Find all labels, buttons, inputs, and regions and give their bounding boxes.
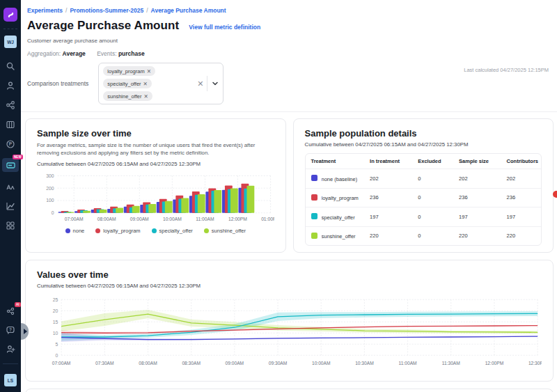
legend-item[interactable]: loyalty_program [95, 228, 140, 234]
invite-user-icon[interactable] [6, 343, 16, 354]
legend-item[interactable]: specialty_offer [152, 228, 193, 234]
legend-label: none [73, 228, 85, 234]
help-chat-icon[interactable]: ? [6, 324, 16, 335]
breadcrumb-experiment-name[interactable]: Promotions-Summer-2025 [70, 7, 143, 14]
sample-size-description: For average metrics, sample size is the … [37, 142, 274, 157]
sample-size-card: Sample size over time For average metric… [25, 118, 286, 253]
treatment-chip[interactable]: specialty_offer✕ [103, 79, 152, 88]
values-over-time-card: Values over time Cumulative between 04/2… [25, 260, 554, 382]
svg-text:100: 100 [46, 198, 54, 203]
breadcrumb: Experiments/Promotions-Summer-2025/Avera… [27, 7, 549, 14]
treatment-name: loyalty_program [322, 195, 359, 201]
svg-text:07:30AM: 07:30AM [95, 361, 114, 366]
treatment-color-swatch [311, 233, 317, 239]
breadcrumb-experiments[interactable]: Experiments [27, 7, 63, 14]
table-cell: 197 [364, 207, 412, 227]
svg-text:12:00PM: 12:00PM [485, 361, 504, 366]
column-header: Contributors [501, 154, 541, 169]
flows-icon[interactable] [6, 100, 16, 110]
ai-assistant-icon[interactable]: AI [6, 306, 16, 316]
app-logo-icon[interactable] [3, 8, 17, 22]
aggregation-label: Aggregation: [27, 50, 61, 57]
sample-size-bar-chart: 010020030007:00AM08:00AM09:00AM10:00AM11… [37, 171, 274, 227]
svg-text:09:00AM: 09:00AM [130, 216, 149, 221]
legend-dot [95, 228, 100, 233]
metric-dispersion-card: Metric dispersion Cumulative between 04/… [25, 389, 554, 392]
treatment-chips: loyalty_program✕specialty_offer✕sunshine… [103, 66, 196, 101]
edge-notification-dot[interactable] [553, 191, 557, 198]
sample-size-title: Sample size over time [37, 128, 274, 139]
sidebar-nav: WJ P NEW [0, 0, 21, 392]
svg-text:11:00AM: 11:00AM [399, 361, 417, 366]
treatment-name: none (baseline) [322, 176, 358, 182]
table-row: specialty_offer1970197197 [306, 207, 542, 227]
svg-text:11:00AM: 11:00AM [196, 216, 214, 221]
breadcrumb-metric-name[interactable]: Average Purchase Amount [151, 7, 226, 14]
page-title: Average Purchase Amount [27, 19, 179, 33]
apps-grid-icon[interactable] [6, 220, 16, 230]
chip-label: loyalty_program [107, 68, 144, 75]
population-details-card: Sample population details Cumulative bet… [293, 118, 554, 253]
values-cumulative: Cumulative between 04/27/2025 06:15AM an… [37, 283, 542, 289]
line-chart-icon[interactable] [6, 201, 16, 211]
sidebar-bottom-divider [3, 363, 18, 364]
chip-remove-icon[interactable]: ✕ [147, 68, 151, 75]
population-title: Sample population details [305, 128, 542, 139]
legend-label: sunshine_offer [212, 228, 246, 234]
sidebar-divider [3, 29, 17, 29]
table-cell: 220 [501, 226, 541, 245]
svg-text:08:30AM: 08:30AM [182, 361, 201, 366]
aggregation-value: Average [63, 50, 86, 57]
pulse-circle-icon[interactable]: P [6, 139, 16, 149]
population-table: TreatmentIn treatmentExcludedSample size… [305, 153, 542, 246]
svg-text:10:00AM: 10:00AM [312, 361, 331, 366]
svg-text:5: 5 [55, 342, 58, 347]
legend-item[interactable]: none [65, 228, 85, 234]
svg-text:09:30AM: 09:30AM [269, 361, 288, 366]
svg-text:?: ? [9, 327, 12, 332]
last-calculated-timestamp: Last calculated 04/27/2025 12:15PM [464, 67, 549, 73]
workspace-avatar[interactable]: WJ [4, 36, 17, 48]
column-header: Treatment [306, 154, 365, 169]
legend-label: loyalty_program [103, 228, 140, 234]
chevron-down-icon[interactable] [212, 80, 219, 87]
chip-label: specialty_offer [107, 81, 141, 87]
view-metric-definition-link[interactable]: View full metric definition [189, 24, 260, 31]
page-header: Experiments/Promotions-Summer-2025/Avera… [21, 0, 557, 112]
svg-text:08:00AM: 08:00AM [139, 361, 157, 366]
treatment-chip[interactable]: loyalty_program✕ [103, 66, 155, 76]
svg-text:12:00PM: 12:00PM [228, 216, 247, 221]
column-header: Excluded [412, 154, 453, 169]
table-cell: 202 [364, 169, 412, 189]
chip-remove-icon[interactable]: ✕ [143, 81, 148, 87]
metric-subtitle: Customer average purchase amount [27, 38, 549, 44]
table-cell: 197 [453, 207, 501, 227]
comparison-treatments-select[interactable]: loyalty_program✕specialty_offer✕sunshine… [98, 63, 223, 104]
svg-text:25: 25 [53, 297, 58, 302]
treatment-chip[interactable]: sunshine_offer✕ [103, 91, 152, 101]
table-cell: 202 [453, 169, 501, 189]
table-cell: 197 [501, 207, 541, 227]
legend-dot [65, 228, 70, 233]
events-value: purchase [118, 50, 145, 57]
svg-text:12:30PM: 12:30PM [528, 361, 542, 366]
sidebar-item-experiments-active[interactable]: NEW [2, 158, 19, 172]
columns-icon[interactable] [6, 119, 16, 130]
svg-text:07:00AM: 07:00AM [65, 216, 84, 221]
users-icon[interactable] [6, 80, 16, 91]
ab-test-icon[interactable] [6, 181, 16, 191]
treatment-color-swatch [311, 175, 317, 181]
table-cell: 220 [364, 226, 412, 245]
legend-dot [152, 228, 157, 233]
table-cell: 0 [412, 188, 453, 207]
table-cell: 0 [412, 226, 453, 245]
svg-text:P: P [9, 141, 13, 146]
search-icon[interactable] [6, 61, 16, 71]
svg-text:0: 0 [55, 353, 58, 358]
chip-remove-icon[interactable]: ✕ [143, 93, 148, 100]
clear-all-icon[interactable]: ✕ [197, 80, 203, 88]
table-cell: 202 [501, 169, 541, 189]
user-avatar[interactable]: LS [4, 374, 17, 386]
legend-item[interactable]: sunshine_offer [204, 228, 246, 234]
events-label: Events: [97, 50, 116, 57]
